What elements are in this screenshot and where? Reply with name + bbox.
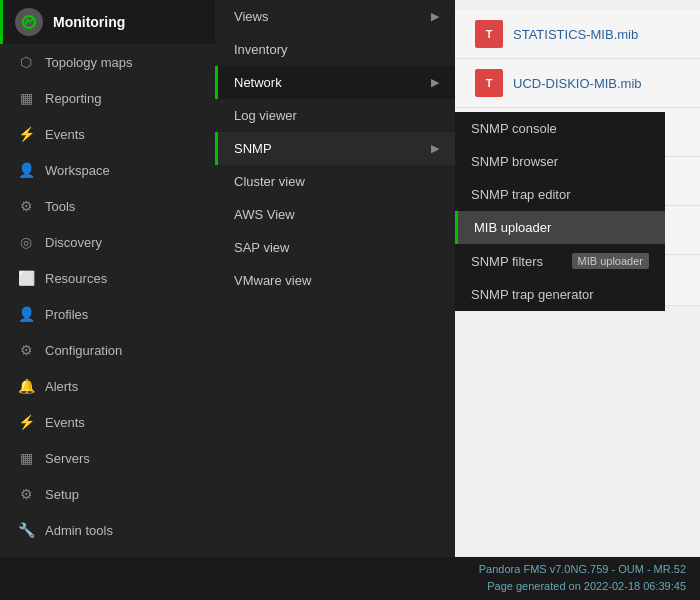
submenu-item-snmp-trap-generator[interactable]: SNMP trap generator [455,278,665,311]
list-item[interactable]: T STATISTICS-MIB.mib [455,10,700,59]
sidebar-item-profiles[interactable]: 👤 Profiles [0,296,215,332]
resources-icon: ⬜ [17,269,35,287]
profiles-icon: 👤 [17,305,35,323]
submenu-item-snmp-filters[interactable]: SNMP filters MIB uploader [455,244,665,278]
dropdown-item-vmware-view[interactable]: VMware view [215,264,455,297]
topology-maps-icon: ⬡ [17,53,35,71]
sidebar-item-workspace[interactable]: 👤 Workspace [0,152,215,188]
sidebar-item-servers[interactable]: ▦ Servers [0,440,215,476]
status-bar: Pandora FMS v7.0NG.759 - OUM - MR.52 Pag… [0,557,700,600]
arrow-icon: ▶ [431,10,439,23]
servers-icon: ▦ [17,449,35,467]
arrow-icon-network: ▶ [431,76,439,89]
sidebar-item-alerts[interactable]: 🔔 Alerts [0,368,215,404]
setup-icon: ⚙ [17,485,35,503]
submenu-item-mib-uploader[interactable]: MIB uploader [455,211,665,244]
dropdown-item-network[interactable]: Network ▶ [215,66,455,99]
tools-icon: ⚙ [17,197,35,215]
dropdown-item-snmp[interactable]: SNMP ▶ [215,132,455,165]
sidebar-item-admin-tools[interactable]: 🔧 Admin tools [0,512,215,548]
sidebar-item-discovery[interactable]: ◎ Discovery [0,224,215,260]
file-icon: T [475,69,503,97]
dropdown-item-inventory[interactable]: Inventory [215,33,455,66]
sidebar-item-setup[interactable]: ⚙ Setup [0,476,215,512]
file-icon: T [475,20,503,48]
alerts-icon: 🔔 [17,377,35,395]
dropdown-item-views[interactable]: Views ▶ [215,0,455,33]
submenu-item-snmp-browser[interactable]: SNMP browser [455,145,665,178]
submenu-item-snmp-trap-editor[interactable]: SNMP trap editor [455,178,665,211]
mib-uploader-badge: MIB uploader [572,253,649,269]
sidebar-item-tools[interactable]: ⚙ Tools [0,188,215,224]
arrow-icon-snmp: ▶ [431,142,439,155]
monitoring-icon [15,8,43,36]
sidebar-item-reporting[interactable]: ▦ Reporting [0,80,215,116]
events-icon: ⚡ [17,125,35,143]
discovery-icon: ◎ [17,233,35,251]
sidebar-item-events2[interactable]: ⚡ Events [0,404,215,440]
submenu-item-snmp-console[interactable]: SNMP console [455,112,665,145]
status-line1: Pandora FMS v7.0NG.759 - OUM - MR.52 [14,561,686,579]
dropdown-menu: Views ▶ Inventory Network ▶ Log viewer S… [215,0,455,557]
events2-icon: ⚡ [17,413,35,431]
sidebar-item-links[interactable]: 🔗 Links [0,548,215,557]
sidebar-item-topology-maps[interactable]: ⬡ Topology maps [0,44,215,80]
sidebar: Monitoring ⬡ Topology maps ▦ Reporting ⚡… [0,0,215,557]
status-line2: Page generated on 2022-02-18 06:39:45 [14,578,686,596]
submenu: SNMP console SNMP browser SNMP trap edit… [455,112,665,311]
content-area: Views ▶ Inventory Network ▶ Log viewer S… [215,0,700,557]
list-item[interactable]: T UCD-DISKIO-MIB.mib [455,59,700,108]
workspace-icon: 👤 [17,161,35,179]
sidebar-item-events[interactable]: ⚡ Events [0,116,215,152]
dropdown-item-aws-view[interactable]: AWS View [215,198,455,231]
dropdown-item-cluster-view[interactable]: Cluster view [215,165,455,198]
sidebar-item-configuration[interactable]: ⚙ Configuration [0,332,215,368]
sidebar-header[interactable]: Monitoring [0,0,215,44]
configuration-icon: ⚙ [17,341,35,359]
sidebar-title: Monitoring [53,14,125,30]
dropdown-item-log-viewer[interactable]: Log viewer [215,99,455,132]
dropdown-item-sap-view[interactable]: SAP view [215,231,455,264]
admin-tools-icon: 🔧 [17,521,35,539]
reporting-icon: ▦ [17,89,35,107]
sidebar-item-resources[interactable]: ⬜ Resources [0,260,215,296]
